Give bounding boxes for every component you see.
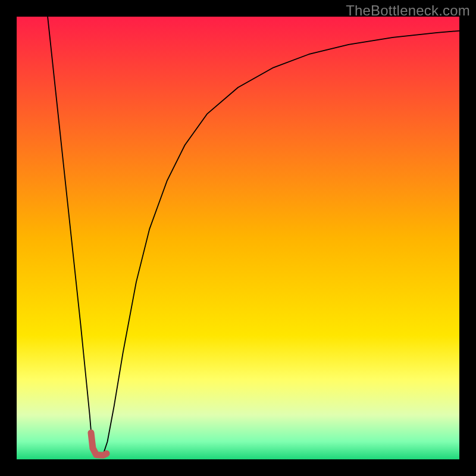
- plot-area: [17, 17, 459, 459]
- gradient-background: [17, 17, 459, 459]
- watermark-text: TheBottleneck.com: [346, 2, 470, 19]
- chart-frame: TheBottleneck.com: [0, 0, 476, 476]
- chart-svg: [17, 17, 459, 459]
